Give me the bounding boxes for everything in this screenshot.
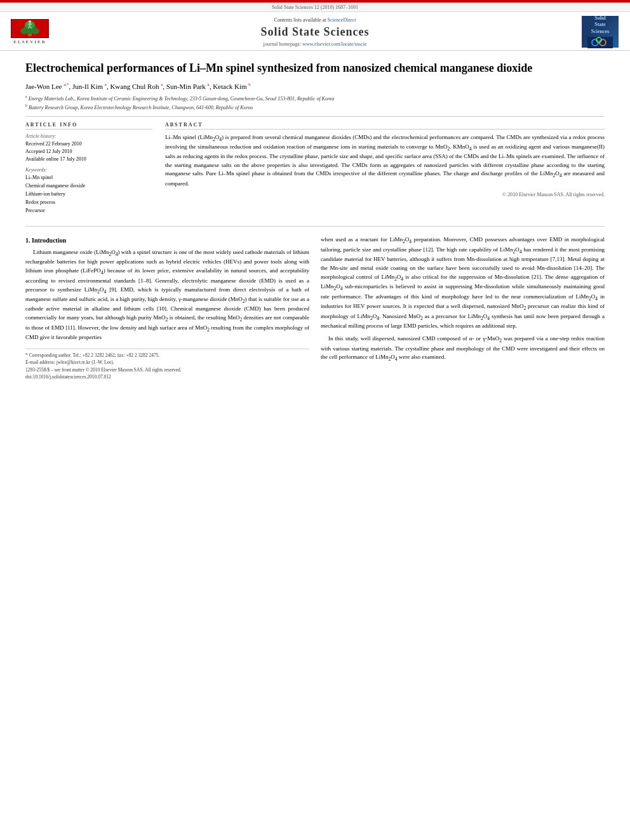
intro-para-right-2: In this study, well dispersed, nanosized… [321, 335, 605, 363]
contents-available-text: Contents lists available at ScienceDirec… [52, 17, 578, 23]
svg-point-3 [30, 28, 39, 34]
keyword-5: Precursor [25, 207, 152, 215]
journal-homepage: journal homepage: www.elsevier.com/locat… [52, 41, 578, 47]
keywords-group: Keywords: Li–Mn spinel Chemical manganes… [25, 167, 152, 215]
article-history-group: Article history: Received 22 February 20… [25, 133, 152, 163]
footnotes: * Corresponding author. Tel.: +82 2 3282… [25, 349, 309, 380]
body-section: 1. Introduction Lithium manganese oxide … [25, 236, 605, 380]
footnote-corresponding: * Corresponding author. Tel.: +82 2 3282… [25, 352, 309, 359]
journal-header-center: Contents lists available at ScienceDirec… [52, 17, 578, 47]
footnote-issn: 1293-2558/$ – see front matter © 2010 El… [25, 366, 309, 373]
keyword-3: Lithium-ion battery [25, 190, 152, 199]
footnote-email: E-mail address: jwlee@kicet.re.kr (J.-W.… [25, 359, 309, 366]
affiliations: a Energy Materials Lab., Korea Institute… [25, 94, 605, 111]
footnote-doi: doi:10.1016/j.solidstatesciences.2010.07… [25, 373, 309, 380]
body-left-column: 1. Introduction Lithium manganese oxide … [25, 236, 309, 380]
divider-2 [25, 226, 605, 227]
sss-logo: Solid State Sciences [578, 16, 622, 48]
keywords-heading: Keywords: [25, 167, 152, 173]
page-wrapper: Solid State Sciences 12 (2010) 1687–1691 [0, 0, 630, 390]
abstract-label: ABSTRACT [165, 122, 605, 130]
elsevier-tree-image [11, 19, 49, 38]
info-abstract-section: ARTICLE INFO Article history: Received 2… [25, 122, 605, 218]
abstract-text: Li–Mn spinel (LiMn2O4) is prepared from … [165, 133, 605, 188]
sciencedirect-link[interactable]: ScienceDirect [328, 17, 356, 23]
journal-header: ELSEVIER Contents lists available at Sci… [0, 12, 630, 51]
keyword-4: Redox process [25, 199, 152, 207]
svg-point-2 [20, 28, 29, 34]
divider-1 [25, 116, 605, 117]
affiliation-a: a Energy Materials Lab., Korea Institute… [25, 94, 605, 103]
intro-para-right-1: when used as a reactant for LiMn2O4 prep… [321, 236, 605, 331]
authors-line: Jae-Won Lee a,*, Jun-Il Kim a, Kwang Chu… [25, 82, 605, 90]
citation-bar: Solid State Sciences 12 (2010) 1687–1691 [0, 3, 630, 12]
article-info-column: ARTICLE INFO Article history: Received 2… [25, 122, 152, 218]
journal-title: Solid State Sciences [52, 25, 578, 39]
article-title: Electrochemical performances of Li–Mn sp… [25, 61, 605, 76]
keyword-2: Chemical manganese dioxide [25, 182, 152, 190]
body-right-column: when used as a reactant for LiMn2O4 prep… [321, 236, 605, 380]
intro-heading: 1. Introduction [25, 236, 309, 246]
affiliation-b: b Battery Research Group, Korea Electrot… [25, 103, 605, 112]
abstract-column: ABSTRACT Li–Mn spinel (LiMn2O4) is prepa… [165, 122, 605, 218]
history-heading: Article history: [25, 133, 152, 139]
elsevier-logo: ELSEVIER [8, 19, 52, 44]
article-info-label: ARTICLE INFO [25, 122, 152, 130]
intro-para-1: Lithium manganese oxide (LiMn2O4) with a… [25, 248, 309, 342]
keyword-1: Li–Mn spinel [25, 174, 152, 182]
copyright-text: © 2010 Elsevier Masson SAS. All rights r… [165, 192, 605, 197]
accepted-date: Accepted 12 July 2010 [25, 148, 152, 156]
citation-text: Solid State Sciences 12 (2010) 1687–1691 [272, 4, 358, 10]
elsevier-label: ELSEVIER [13, 39, 46, 44]
homepage-link[interactable]: www.elsevier.com/locate/ssscie [302, 41, 366, 47]
article-content: Electrochemical performances of Li–Mn sp… [0, 51, 630, 390]
received-date: Received 22 February 2010 [25, 140, 152, 148]
sss-logo-box: Solid State Sciences [582, 16, 619, 48]
svg-point-5 [29, 20, 31, 23]
available-date: Available online 17 July 2010 [25, 156, 152, 163]
